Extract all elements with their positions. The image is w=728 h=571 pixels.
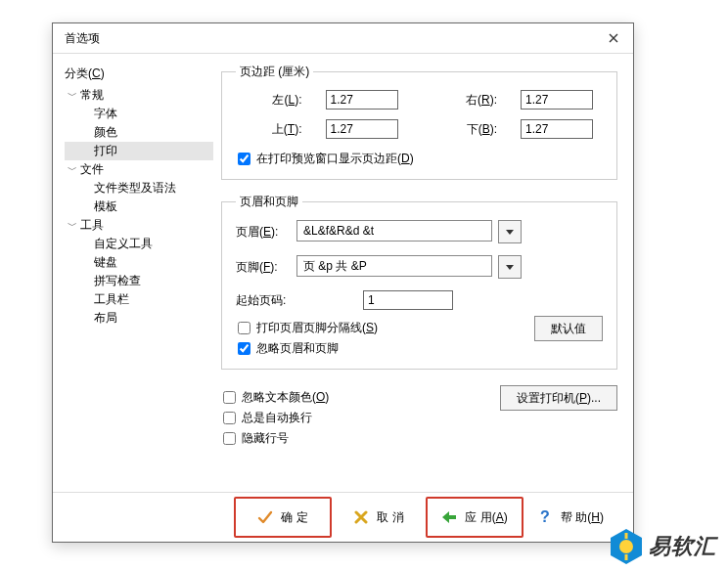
show-margins-preview-label: 在打印预览窗口显示页边距(D) [256, 151, 414, 167]
wrap-label: 总是自动换行 [242, 410, 312, 426]
header-dropdown-button[interactable] [498, 220, 522, 243]
margin-bottom-input[interactable] [521, 119, 593, 139]
wrap-checkbox[interactable] [223, 412, 236, 424]
wrap-row: 总是自动换行 [221, 410, 500, 426]
ignore-headerfooter-label: 忽略页眉和页脚 [256, 340, 339, 357]
margin-bottom-label: 下(B): [432, 121, 498, 138]
tree-item-keyboard[interactable]: 键盘 [65, 253, 213, 272]
tree-item-spellcheck[interactable]: 拼写检查 [65, 272, 213, 290]
ignore-headerfooter-checkbox[interactable] [238, 342, 250, 355]
start-page-label: 起始页码: [236, 292, 363, 309]
dialog-body: 分类(C) ﹀ 常规 字体 颜色 打印 ﹀ 文件 文件类型及语法 模板 [53, 54, 633, 492]
tree-item-customtools[interactable]: 自定义工具 [65, 235, 213, 253]
ok-button[interactable]: 确 定 [234, 497, 332, 538]
ignore-color-checkbox[interactable] [223, 391, 236, 404]
settings-pane: 页边距 (厘米) 左(L): 右(R): 上(T): 下(B): 在打印预览窗口… [213, 54, 633, 492]
show-margins-preview-checkbox[interactable] [238, 153, 250, 165]
close-icon [609, 33, 618, 43]
tree-item-toolbar[interactable]: 工具栏 [65, 290, 213, 309]
header-label: 页眉(E): [236, 224, 296, 241]
dialog-title: 首选项 [65, 30, 100, 47]
tree-group-general[interactable]: ﹀ 常规 [65, 86, 213, 105]
extra-checks: 忽略文本颜色(O) 总是自动换行 隐藏行号 [221, 385, 500, 447]
brand-logo-icon [610, 528, 643, 565]
x-icon [353, 509, 369, 525]
hide-lineno-row: 隐藏行号 [221, 430, 500, 447]
tree-group-file[interactable]: ﹀ 文件 [65, 160, 213, 179]
footer-input[interactable] [296, 255, 492, 277]
preferences-dialog: 首选项 分类(C) ﹀ 常规 字体 颜色 打印 ﹀ 文件 [52, 22, 634, 543]
header-row: 页眉(E): [236, 220, 603, 243]
show-margins-preview-row: 在打印预览窗口显示页边距(D) [236, 151, 603, 167]
titlebar: 首选项 [53, 23, 633, 54]
apply-button[interactable]: 应 用(A) [426, 497, 523, 538]
header-input[interactable] [296, 220, 492, 242]
category-heading: 分类(C) [65, 66, 213, 82]
margins-group: 页边距 (厘米) 左(L): 右(R): 上(T): 下(B): 在打印预览窗口… [221, 64, 617, 180]
dialog-footer: 确 定 取 消 应 用(A) ? 帮 助(H) [53, 492, 633, 542]
footer-label: 页脚(F): [236, 259, 296, 276]
margin-right-label: 右(R): [432, 92, 498, 109]
question-icon: ? [537, 509, 553, 525]
svg-rect-3 [625, 554, 628, 560]
cancel-button[interactable]: 取 消 [332, 499, 426, 536]
tree-item-color[interactable]: 颜色 [65, 123, 213, 142]
footer-dropdown-button[interactable] [498, 255, 522, 279]
hide-lineno-label: 隐藏行号 [242, 430, 289, 447]
ignore-color-label: 忽略文本颜色(O) [242, 389, 329, 406]
svg-rect-2 [625, 533, 628, 539]
brand-watermark: 易软汇 [610, 528, 716, 565]
headerfooter-checks: 打印页眉页脚分隔线(S) 忽略页眉和页脚 [236, 316, 517, 357]
ignore-headerfooter-row: 忽略页眉和页脚 [236, 340, 517, 357]
close-button[interactable] [602, 26, 625, 50]
margin-right-input[interactable] [521, 90, 593, 110]
margin-top-label: 上(T): [236, 121, 302, 138]
tree-item-template[interactable]: 模板 [65, 198, 213, 216]
hide-lineno-checkbox[interactable] [223, 432, 236, 445]
footer-combo [296, 255, 522, 279]
brand-text: 易软汇 [649, 532, 716, 561]
chevron-down-icon [506, 230, 514, 235]
margin-left-input[interactable] [326, 90, 398, 110]
check-icon [257, 509, 273, 525]
footer-row: 页脚(F): [236, 255, 603, 279]
separator-label: 打印页眉页脚分隔线(S) [256, 320, 378, 336]
chevron-down-icon [506, 265, 514, 270]
category-sidebar: 分类(C) ﹀ 常规 字体 颜色 打印 ﹀ 文件 文件类型及语法 模板 [53, 54, 213, 492]
headerfooter-group-title: 页眉和页脚 [236, 194, 302, 210]
header-combo [296, 220, 522, 243]
headerfooter-group: 页眉和页脚 页眉(E): 页脚(F): [221, 194, 617, 370]
start-page-input[interactable] [363, 290, 453, 310]
category-tree: ﹀ 常规 字体 颜色 打印 ﹀ 文件 文件类型及语法 模板 ﹀ 工具 自定义工 [65, 86, 213, 328]
tree-item-filetype[interactable]: 文件类型及语法 [65, 179, 213, 198]
tree-group-tools[interactable]: ﹀ 工具 [65, 216, 213, 235]
chevron-down-icon: ﹀ [67, 89, 78, 103]
headerfooter-bottom: 打印页眉页脚分隔线(S) 忽略页眉和页脚 默认值 [236, 316, 603, 357]
arrow-left-icon [441, 509, 457, 525]
svg-point-1 [619, 540, 633, 553]
margin-top-input[interactable] [326, 119, 398, 139]
ignore-color-row: 忽略文本颜色(O) [221, 389, 500, 406]
margins-group-title: 页边距 (厘米) [236, 64, 313, 80]
start-page-row: 起始页码: [236, 290, 603, 310]
help-button[interactable]: ? 帮 助(H) [523, 499, 617, 536]
separator-checkbox[interactable] [238, 322, 250, 334]
chevron-down-icon: ﹀ [67, 219, 78, 233]
margin-left-label: 左(L): [236, 92, 302, 109]
separator-row: 打印页眉页脚分隔线(S) [236, 320, 517, 336]
setup-printer-button[interactable]: 设置打印机(P)... [500, 385, 617, 411]
tree-item-print[interactable]: 打印 [65, 142, 213, 160]
chevron-down-icon: ﹀ [67, 163, 78, 177]
tree-item-layout[interactable]: 布局 [65, 309, 213, 328]
default-button[interactable]: 默认值 [534, 316, 603, 341]
tree-item-font[interactable]: 字体 [65, 105, 213, 123]
headerfooter-grid: 页眉(E): 页脚(F): [236, 220, 603, 310]
margins-grid: 左(L): 右(R): 上(T): 下(B): [236, 90, 603, 139]
